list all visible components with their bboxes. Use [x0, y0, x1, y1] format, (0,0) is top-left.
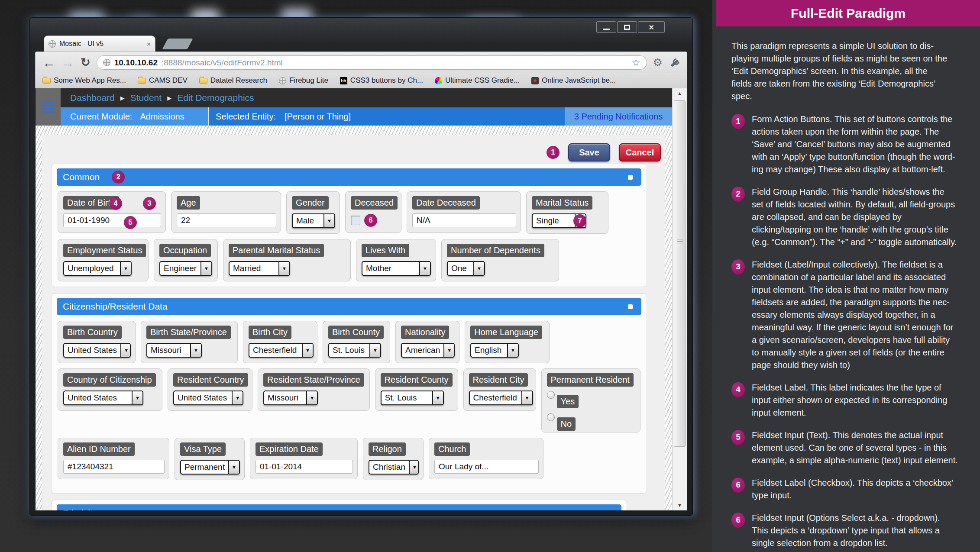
- collapse-minus-icon[interactable]: [628, 304, 633, 309]
- bookmark-item[interactable]: hhCSS3 buttons by Ch...: [340, 76, 423, 85]
- nationality-select[interactable]: American: [401, 343, 455, 358]
- select-value: American: [402, 344, 443, 357]
- fieldset-parental-marital-status: Parental Marital Status Married: [223, 239, 351, 281]
- bookmark-item[interactable]: Datatel Research: [199, 76, 267, 85]
- fieldset-age: Age 22: [171, 191, 281, 233]
- tab-close-icon[interactable]: ×: [147, 40, 151, 48]
- dropdown-arrow-icon[interactable]: [306, 391, 317, 404]
- dropdown-arrow-icon[interactable]: [432, 391, 443, 404]
- new-tab-button[interactable]: [162, 39, 193, 49]
- scrollbar-thumb[interactable]: [674, 100, 686, 447]
- folder-icon: [138, 78, 146, 84]
- dropdown-arrow-icon[interactable]: [443, 344, 454, 357]
- gear-icon[interactable]: ⚙: [653, 56, 663, 69]
- fieldset-gender: Gender Male: [286, 191, 340, 234]
- dropdown-arrow-icon[interactable]: [521, 391, 532, 404]
- birth-city-select[interactable]: Chesterfield: [249, 343, 314, 358]
- breadcrumb-student[interactable]: Student: [130, 93, 162, 103]
- annotation-note-2: 2 Field Group Handle. This ‘handle’ hide…: [731, 186, 968, 249]
- dropdown-arrow-icon[interactable]: [190, 344, 201, 357]
- fieldset-lives-with: Lives With Mother: [356, 239, 436, 281]
- dropdown-arrow-icon[interactable]: [120, 344, 131, 357]
- deceased-checkbox[interactable]: [351, 216, 360, 225]
- field-label: Church: [434, 442, 470, 456]
- note-text: Fieldset (Label/Input collectively). The…: [752, 258, 968, 371]
- visa-type-select[interactable]: Permanent: [180, 460, 240, 475]
- bookmark-star-icon[interactable]: ☆: [632, 57, 640, 68]
- church-input[interactable]: Our Lady of...: [434, 460, 539, 474]
- alien-id-input[interactable]: #123404321: [63, 460, 165, 474]
- fieldset-permanent-resident: Permanent Resident Yes No: [541, 368, 640, 433]
- permanent-resident-yes-radio[interactable]: [547, 391, 555, 399]
- content-area: 1 Save Cancel Common 2: [36, 126, 672, 510]
- maximize-button[interactable]: [617, 21, 637, 33]
- resident-county-select[interactable]: St. Louis: [381, 391, 444, 405]
- dropdown-arrow-icon[interactable]: [228, 461, 239, 474]
- date-of-birth-input[interactable]: 01-01-1990: [63, 213, 161, 227]
- gender-select[interactable]: Male: [292, 213, 335, 228]
- site-globe-icon: [49, 40, 56, 48]
- resident-country-select[interactable]: United States: [173, 391, 243, 405]
- scroll-up-arrow-icon[interactable]: [673, 88, 687, 99]
- group-handle-citizenship[interactable]: Citizenship/Resident Data: [57, 298, 641, 315]
- date-deceased-input[interactable]: N/A: [412, 213, 516, 227]
- dropdown-arrow-icon[interactable]: [369, 344, 380, 357]
- browser-tab[interactable]: Mosaic - UI v5 ×: [44, 36, 155, 52]
- dropdown-arrow-icon[interactable]: [507, 344, 518, 357]
- window-titlebar[interactable]: × Mosaic - UI v5 ×: [35, 18, 687, 52]
- occupation-select[interactable]: Engineer: [159, 261, 212, 276]
- back-button[interactable]: ←: [42, 56, 55, 69]
- menu-column[interactable]: [36, 88, 61, 126]
- group-handle-common[interactable]: Common 2: [57, 168, 641, 186]
- birth-country-select[interactable]: United States: [63, 343, 131, 358]
- dropdown-arrow-icon[interactable]: [473, 262, 484, 275]
- bookmark-item[interactable]: CAMS DEV: [138, 76, 188, 85]
- collapse-minus-icon[interactable]: [628, 175, 633, 180]
- forward-button[interactable]: →: [61, 56, 74, 69]
- age-input[interactable]: 22: [177, 213, 276, 227]
- bookmark-item[interactable]: Online JavaScript be...: [531, 76, 616, 85]
- dropdown-arrow-icon[interactable]: [201, 262, 211, 275]
- vertical-scrollbar[interactable]: [672, 88, 687, 510]
- breadcrumb-dashboard[interactable]: Dashboard: [70, 93, 115, 103]
- pending-notifications[interactable]: 3 Pending Notifications: [574, 112, 663, 122]
- employment-status-select[interactable]: Unemployed: [63, 261, 132, 276]
- scroll-down-arrow-icon[interactable]: [673, 500, 687, 510]
- citizenship-country-select[interactable]: United States: [63, 391, 143, 405]
- religion-select[interactable]: Christian: [369, 460, 419, 475]
- dropdown-arrow-icon[interactable]: [278, 262, 289, 275]
- notifications-segment[interactable]: 3 Pending Notifications: [565, 107, 672, 126]
- birth-county-select[interactable]: St. Louis: [328, 343, 381, 358]
- save-button[interactable]: Save: [568, 143, 610, 161]
- dropdown-arrow-icon[interactable]: [409, 461, 419, 474]
- dropdown-arrow-icon[interactable]: [120, 262, 131, 275]
- dropdown-arrow-icon[interactable]: [323, 214, 334, 227]
- dropdown-arrow-icon[interactable]: [132, 391, 142, 404]
- birth-state-select[interactable]: Missouri: [146, 343, 202, 358]
- breadcrumb-edit-demographics[interactable]: Edit Demographics: [177, 93, 254, 103]
- expiration-date-input[interactable]: 01-01-2014: [256, 460, 353, 474]
- bookmark-item[interactable]: Ultimate CSS Gradie...: [435, 76, 520, 85]
- dropdown-arrow-icon[interactable]: [302, 344, 313, 357]
- dependents-select[interactable]: One: [447, 261, 485, 276]
- bookmark-item[interactable]: Firebug Lite: [279, 76, 328, 85]
- group-handle-ethnicity[interactable]: Ethnicity: [57, 504, 621, 510]
- lives-with-select[interactable]: Mother: [362, 261, 431, 276]
- dropdown-arrow-icon[interactable]: [419, 262, 430, 275]
- url-bar[interactable]: 10.10.10.62 :8888/mosaic/v5/editFormv2.h…: [97, 55, 647, 70]
- radio-label-yes[interactable]: Yes: [557, 395, 579, 408]
- resident-state-select[interactable]: Missouri: [263, 391, 318, 405]
- wrench-menu-icon[interactable]: [669, 57, 680, 68]
- home-language-select[interactable]: English: [470, 343, 519, 358]
- radio-label-no[interactable]: No: [557, 417, 576, 431]
- dropdown-arrow-icon[interactable]: [232, 391, 243, 404]
- resident-city-select[interactable]: Chesterfield: [469, 391, 533, 405]
- permanent-resident-no-radio[interactable]: [547, 413, 555, 421]
- minimize-button[interactable]: [596, 21, 616, 33]
- close-button[interactable]: ×: [638, 21, 665, 33]
- reload-button[interactable]: ↻: [81, 57, 91, 68]
- parental-marital-status-select[interactable]: Married: [229, 261, 290, 276]
- hamburger-menu-icon[interactable]: [42, 102, 54, 113]
- bookmark-item[interactable]: Some Web App Res...: [42, 76, 126, 85]
- cancel-button[interactable]: Cancel: [619, 143, 661, 161]
